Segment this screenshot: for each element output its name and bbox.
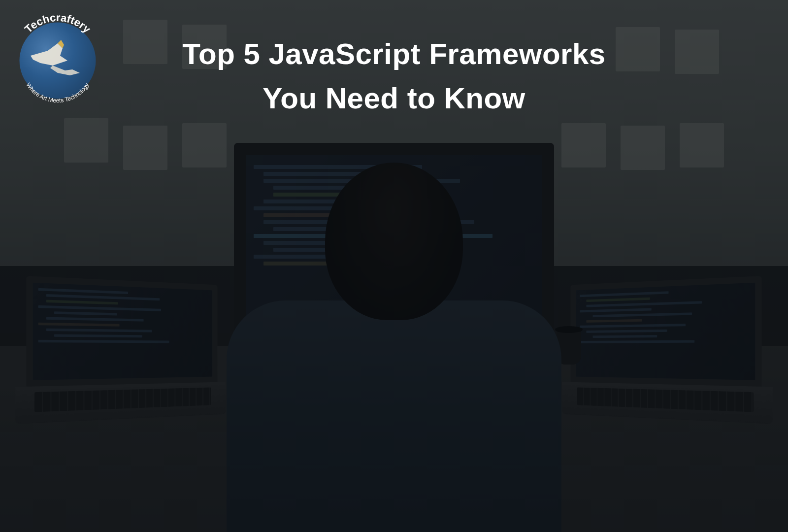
person-head — [325, 163, 463, 320]
person-silhouette — [222, 163, 566, 532]
sticky-note — [123, 126, 167, 170]
sticky-note — [64, 118, 108, 163]
brand-logo: Techcraftery Where Art Meets Technology — [6, 9, 109, 112]
laptop-screen — [26, 276, 217, 387]
sticky-note — [621, 126, 665, 170]
laptop-screen — [571, 276, 762, 387]
headline-container: Top 5 JavaScript Frameworks You Need to … — [135, 32, 653, 121]
sticky-note — [182, 123, 227, 167]
title-line-1: Top 5 JavaScript Frameworks — [182, 37, 605, 70]
right-laptop — [571, 276, 762, 423]
person-body — [227, 300, 561, 532]
svg-text:Where Art Meets Technology: Where Art Meets Technology — [25, 82, 90, 104]
svg-text:Techcraftery: Techcraftery — [22, 11, 94, 35]
title-line-2: You Need to Know — [263, 82, 525, 115]
left-laptop — [26, 276, 217, 423]
page-title: Top 5 JavaScript Frameworks You Need to … — [135, 32, 653, 121]
sticky-note — [680, 123, 724, 167]
logo-text: Techcraftery Where Art Meets Technology — [6, 9, 109, 112]
sticky-note — [561, 123, 606, 167]
sticky-note — [675, 30, 719, 74]
